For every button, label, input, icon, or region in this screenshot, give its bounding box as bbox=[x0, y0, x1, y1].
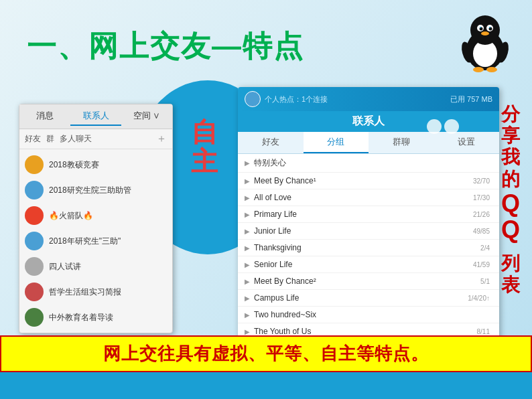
contact-avatar bbox=[25, 257, 44, 276]
right-qq-panel: 个人热点：1个连接 已用 757 MB 联系人 好友 分组 群聊 设置 ▶ 特别… bbox=[238, 87, 499, 357]
left-contact-item: 2018研究生院三助助管 bbox=[19, 177, 172, 203]
contact-list-item[interactable]: ▶ All of Love 17/30 bbox=[238, 189, 499, 206]
left-contact-item: 哲学生活组实习简报 bbox=[19, 279, 172, 305]
xiang-label: 享 bbox=[501, 125, 520, 147]
contact-name: 2018教硕竞赛 bbox=[49, 159, 99, 171]
bottom-bar: 网上交往具有虚拟、平等、自主等特点。 bbox=[0, 335, 532, 372]
contact-list-item[interactable]: ▶ 特别关心 bbox=[238, 154, 499, 173]
contact-avatar bbox=[25, 308, 44, 327]
add-icon[interactable]: ＋ bbox=[156, 132, 167, 146]
contact-name: 🔥火箭队🔥 bbox=[49, 210, 93, 222]
expand-arrow: ▶ bbox=[245, 261, 251, 268]
contact-avatar bbox=[25, 155, 44, 174]
expand-arrow: ▶ bbox=[245, 295, 251, 302]
contact-list-item[interactable]: ▶ Junior Life 49/85 bbox=[238, 223, 499, 240]
svg-point-2 bbox=[470, 15, 500, 45]
user-avatar bbox=[245, 91, 261, 107]
group-name: Senior Life bbox=[251, 260, 473, 269]
tab-settings[interactable]: 设置 bbox=[434, 132, 500, 153]
member-count: 2/4 bbox=[480, 244, 492, 252]
qq-label2: Q bbox=[501, 216, 520, 243]
user-icon bbox=[427, 119, 442, 134]
left-qq-panel: 消息 联系人 空间 ∨ 好友 群 多人聊天 ＋ 2018教硕竞赛 2018研究生… bbox=[19, 104, 173, 333]
contact-list-item[interactable]: ▶ Campus Life 1/4/20↑ bbox=[238, 290, 499, 307]
left-panel-nav[interactable]: 消息 联系人 空间 ∨ bbox=[19, 104, 172, 129]
expand-arrow: ▶ bbox=[245, 211, 251, 218]
nav-contacts[interactable]: 联系人 bbox=[70, 107, 121, 126]
left-contact-item: 🔥火箭队🔥 bbox=[19, 203, 172, 228]
tab-groups[interactable]: 分组 bbox=[304, 132, 369, 153]
group-name: Meet By Chance¹ bbox=[251, 176, 473, 185]
svg-point-8 bbox=[489, 27, 490, 28]
svg-point-9 bbox=[481, 31, 489, 35]
member-count: 32/70 bbox=[473, 177, 492, 185]
settings-icon bbox=[444, 119, 459, 134]
right-panel-header: 个人热点：1个连接 已用 757 MB bbox=[238, 87, 499, 111]
sub-multi-chat[interactable]: 多人聊天 bbox=[60, 133, 92, 145]
sub-groups[interactable]: 群 bbox=[46, 133, 54, 145]
storage-text: 已用 757 MB bbox=[450, 94, 492, 104]
nav-space[interactable]: 空间 ∨ bbox=[121, 107, 172, 126]
group-name: Junior Life bbox=[251, 226, 473, 236]
tab-chat[interactable]: 群聊 bbox=[369, 132, 434, 153]
group-name: Two hundred~Six bbox=[251, 310, 490, 319]
svg-point-7 bbox=[480, 27, 481, 28]
contact-name: 哲学生活组实习简报 bbox=[49, 287, 121, 298]
left-contact-list: 2018教硕竞赛 2018研究生院三助助管 🔥火箭队🔥 2018年研究生"三助"… bbox=[19, 149, 172, 333]
qq-logo bbox=[458, 13, 512, 67]
left-sub-nav: 好友 群 多人聊天 ＋ bbox=[19, 129, 172, 149]
contacts-title: 联系人 bbox=[352, 114, 385, 129]
side-labels: 分 享 我 的 Q Q 列 表 bbox=[501, 104, 520, 296]
contact-list-item[interactable]: ▶ Thanksgiving 2/4 bbox=[238, 240, 499, 256]
de-label: 的 bbox=[501, 169, 520, 190]
page-title: 一、网上交友—特点 bbox=[27, 27, 304, 66]
contact-list-item[interactable]: ▶ Two hundred~Six bbox=[238, 307, 499, 323]
bottom-blue-bar bbox=[0, 372, 532, 399]
group-name: Thanksgiving bbox=[251, 243, 480, 252]
lie-label: 列 bbox=[501, 253, 520, 274]
expand-arrow: ▶ bbox=[245, 311, 251, 319]
contact-list-item[interactable]: ▶ Senior Life 41/59 bbox=[238, 256, 499, 273]
expand-arrow: ▶ bbox=[245, 194, 251, 202]
member-count: 1/4/20↑ bbox=[468, 295, 492, 302]
svg-point-10 bbox=[473, 67, 484, 72]
contact-avatar bbox=[25, 283, 44, 301]
wo-label: 我 bbox=[501, 147, 520, 168]
contact-list-item[interactable]: ▶ Meet By Chance¹ 32/70 bbox=[238, 173, 499, 189]
group-name: Meet By Chance² bbox=[251, 276, 480, 286]
panel-icons bbox=[427, 119, 459, 134]
contact-name: 中外教育名着导读 bbox=[49, 312, 113, 323]
left-contact-item: 中外教育名着导读 bbox=[19, 305, 172, 330]
zizhu-label: 自 主 bbox=[191, 117, 218, 176]
contact-name: 2018研究生院三助助管 bbox=[49, 185, 131, 196]
contact-list-item[interactable]: ▶ Meet By Chance² 5/1 bbox=[238, 273, 499, 290]
group-name: The Youth of Us bbox=[251, 327, 477, 336]
sub-friends[interactable]: 好友 bbox=[25, 133, 41, 145]
qq-label: Q bbox=[501, 190, 520, 217]
contact-list: ▶ 特别关心 ▶ Meet By Chance¹ 32/70 ▶ All of … bbox=[238, 154, 499, 357]
nav-messages[interactable]: 消息 bbox=[19, 107, 70, 126]
member-count: 49/85 bbox=[473, 228, 492, 235]
group-name: 特别关心 bbox=[251, 157, 490, 169]
contacts-title-bar: 联系人 bbox=[238, 111, 499, 132]
member-count: 8/11 bbox=[477, 328, 492, 335]
expand-arrow: ▶ bbox=[245, 177, 251, 185]
expand-arrow: ▶ bbox=[245, 328, 251, 335]
left-contact-item: 2018教硕竞赛 bbox=[19, 152, 172, 177]
contact-avatar bbox=[25, 232, 44, 250]
left-contact-item: 2018年研究生"三助" bbox=[19, 228, 172, 254]
member-count: 5/1 bbox=[480, 278, 492, 285]
tab-friends[interactable]: 好友 bbox=[238, 132, 304, 153]
right-panel-tabs[interactable]: 好友 分组 群聊 设置 bbox=[238, 132, 499, 154]
svg-point-11 bbox=[486, 67, 497, 72]
member-count: 21/26 bbox=[473, 211, 492, 218]
group-name: Campus Life bbox=[251, 293, 468, 303]
group-name: Primary Life bbox=[251, 210, 473, 219]
contact-list-item[interactable]: ▶ Primary Life 21/26 bbox=[238, 206, 499, 223]
expand-arrow: ▶ bbox=[245, 159, 251, 167]
expand-arrow: ▶ bbox=[245, 228, 251, 235]
contact-avatar bbox=[25, 181, 44, 200]
contact-name: 四人试讲 bbox=[49, 261, 81, 272]
member-count: 41/59 bbox=[473, 261, 492, 268]
expand-arrow: ▶ bbox=[245, 278, 251, 285]
